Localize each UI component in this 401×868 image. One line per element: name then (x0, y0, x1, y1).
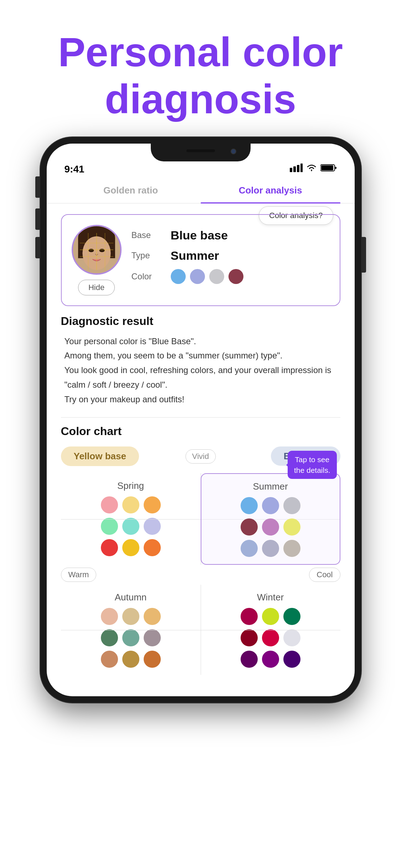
winter-dot-8 (262, 651, 279, 668)
summer-dot-5 (262, 518, 279, 536)
spring-dot-4 (101, 518, 118, 535)
summer-name: Summer (253, 481, 288, 492)
hero-title: Personal color diagnosis (37, 0, 364, 137)
spring-block: Spring (61, 473, 201, 565)
type-value: Summer (171, 249, 219, 263)
winter-name: Winter (257, 592, 284, 603)
hero-word-personal: Personal color (58, 29, 343, 75)
winter-dot-4 (241, 629, 258, 646)
color-dots (171, 269, 243, 284)
signal-icon (290, 164, 303, 175)
page-wrapper: Personal color diagnosis 9:41 (0, 0, 401, 868)
color-dot-2 (190, 269, 205, 284)
spring-dot-7 (101, 539, 118, 556)
yellow-base-label: Yellow base (61, 446, 139, 466)
svg-point-13 (99, 249, 104, 252)
color-row: Color (132, 269, 330, 284)
autumn-dot-8 (122, 651, 139, 668)
summer-dot-4 (241, 518, 258, 536)
avatar-wrapper: Hide (72, 225, 122, 295)
hero-word-diagnosis: diagnosis (105, 76, 296, 122)
base-row: Base Blue base (132, 228, 330, 242)
vivid-label: Vivid (185, 449, 216, 464)
color-dot-1 (171, 269, 186, 284)
summer-dot-9 (283, 540, 300, 557)
color-dot-3 (209, 269, 224, 284)
autumn-dot-3 (144, 608, 161, 625)
profile-info: Base Blue base Type Summer Color (132, 225, 330, 290)
spring-dot-1 (101, 496, 118, 513)
spring-dot-8 (122, 539, 139, 556)
type-label: Type (132, 250, 164, 260)
divider (61, 417, 340, 418)
svg-rect-1 (293, 166, 296, 172)
svg-rect-3 (300, 164, 303, 172)
chart-title: Color chart (61, 425, 340, 438)
spring-dots (101, 496, 161, 556)
summer-dot-1 (241, 497, 258, 514)
winter-dots (241, 608, 300, 668)
spring-name: Spring (117, 480, 144, 491)
phone-frame: 9:41 (40, 137, 361, 703)
color-dot-4 (228, 269, 243, 284)
tab-color-analysis[interactable]: Color analysis (201, 178, 340, 203)
autumn-dot-7 (101, 651, 118, 668)
autumn-dot-5 (122, 629, 139, 646)
summer-dots (241, 497, 300, 557)
wifi-icon (306, 164, 317, 175)
spring-dot-3 (144, 496, 161, 513)
winter-dot-6 (283, 629, 300, 646)
winter-dot-2 (262, 608, 279, 625)
tab-golden-ratio[interactable]: Golden ratio (61, 178, 201, 203)
autumn-dot-2 (122, 608, 139, 625)
base-value: Blue base (171, 228, 228, 242)
diagnostic-title: Diagnostic result (61, 315, 340, 328)
svg-rect-9 (78, 238, 83, 258)
svg-rect-0 (290, 168, 292, 172)
summer-dot-6 (283, 518, 300, 536)
notch-speaker (186, 149, 215, 152)
summer-dot-8 (262, 540, 279, 557)
color-label: Color (132, 272, 164, 281)
tap-tooltip: Tap to seethe details. (288, 451, 337, 479)
battery-icon (320, 164, 337, 175)
spring-dot-6 (144, 518, 161, 535)
axis-labels: Warm Cool (61, 565, 340, 585)
diagnostic-text: Your personal color is "Blue Base". Amon… (61, 334, 340, 407)
status-time: 9:41 (65, 164, 84, 175)
cool-label: Cool (309, 568, 340, 582)
status-icons (290, 164, 337, 175)
autumn-block: Autumn (61, 585, 201, 675)
spring-dot-9 (144, 539, 161, 556)
winter-block: Winter (201, 585, 340, 675)
seasons-grid: Spring (61, 473, 340, 565)
bottom-seasons-grid: Autumn (61, 585, 340, 675)
svg-rect-5 (321, 165, 333, 170)
winter-dot-1 (241, 608, 258, 625)
screen-content: Color analysis? (47, 203, 355, 697)
summer-dot-7 (241, 540, 258, 557)
phone-screen: 9:41 (47, 144, 355, 697)
winter-dot-7 (241, 651, 258, 668)
hero-title-text: Personal color diagnosis (58, 29, 343, 123)
color-chart-section: Color chart Yellow base Vivid Blue base … (61, 425, 340, 686)
winter-dot-5 (262, 629, 279, 646)
svg-rect-10 (110, 238, 115, 258)
svg-point-12 (88, 249, 94, 252)
svg-rect-6 (335, 167, 336, 169)
autumn-dot-6 (144, 629, 161, 646)
avatar (72, 225, 122, 275)
spring-dot-2 (122, 496, 139, 513)
summer-block: Summer (201, 473, 340, 565)
autumn-name: Autumn (115, 592, 147, 603)
autumn-dot-9 (144, 651, 161, 668)
winter-dot-9 (283, 651, 300, 668)
autumn-dot-4 (101, 629, 118, 646)
tab-bar: Golden ratio Color analysis (47, 178, 355, 203)
spring-dot-5 (122, 518, 139, 535)
svg-rect-2 (297, 165, 299, 172)
autumn-dot-1 (101, 608, 118, 625)
summer-dot-2 (262, 497, 279, 514)
autumn-dots (101, 608, 161, 668)
hide-button[interactable]: Hide (78, 280, 115, 295)
